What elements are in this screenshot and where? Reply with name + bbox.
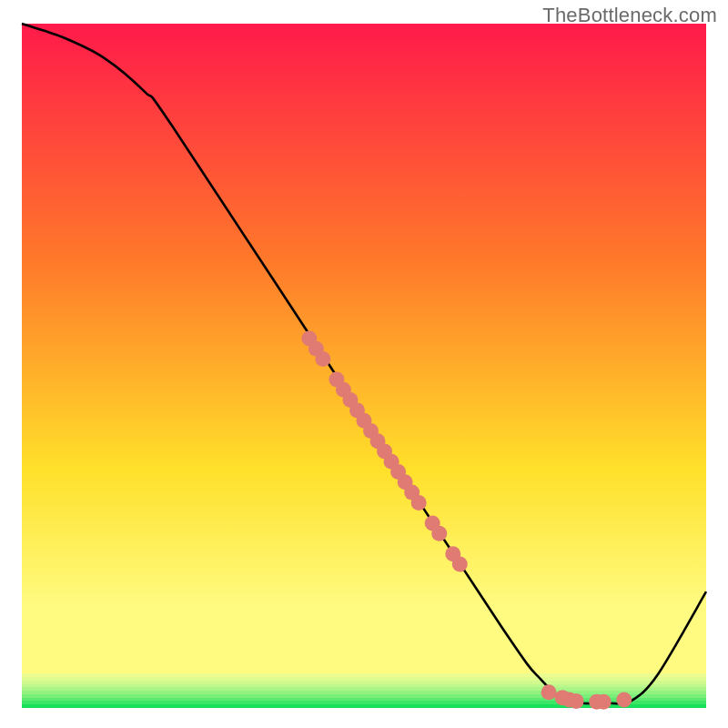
bottleneck-curve [22,24,706,704]
chart-overlay-svg [22,24,706,708]
plot-frame [22,24,706,708]
data-point [411,495,427,511]
data-point [596,694,612,710]
data-point [452,557,468,572]
data-point [569,693,584,709]
data-point [616,692,632,707]
data-point [431,526,447,541]
chart-stage: TheBottleneck.com [0,0,728,728]
data-point [541,684,557,700]
data-points-group [301,330,632,709]
data-point [315,351,330,367]
plot-border [22,24,706,708]
